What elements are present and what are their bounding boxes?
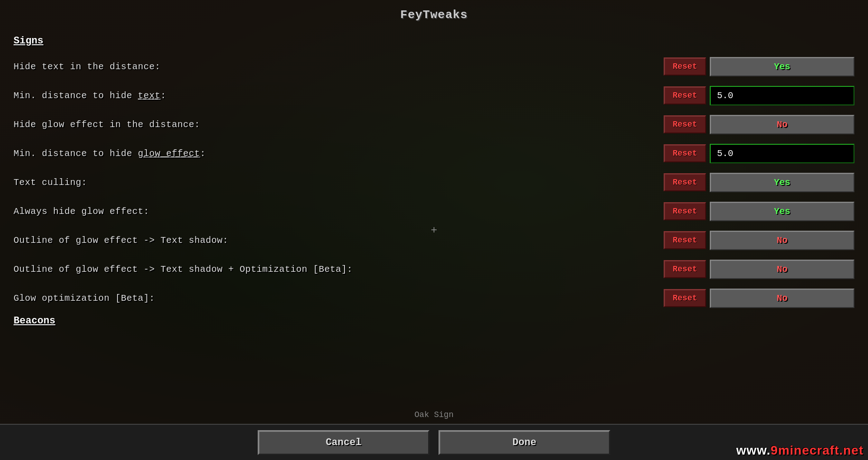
reset-button-min-distance-glow[interactable]: Reset <box>664 144 706 162</box>
toggle-outline-glow-shadow-beta[interactable]: No <box>710 260 854 279</box>
toggle-hide-glow-distance[interactable]: No <box>710 115 854 134</box>
setting-row-text-culling: Text culling: Reset Yes <box>14 171 854 194</box>
setting-controls-min-distance-glow: Reset 5.0 <box>664 144 854 163</box>
setting-row-outline-glow-shadow-beta: Outline of glow effect -> Text shadow + … <box>14 257 854 281</box>
page-title: FeyTweaks <box>400 8 467 22</box>
reset-button-glow-optimization[interactable]: Reset <box>664 289 706 307</box>
reset-button-text-culling[interactable]: Reset <box>664 173 706 191</box>
setting-row-hide-glow-distance: Hide glow effect in the distance: Reset … <box>14 113 854 136</box>
setting-controls-text-culling: Reset Yes <box>664 173 854 192</box>
setting-row-always-hide-glow: Always hide glow effect: Reset Yes <box>14 199 854 223</box>
bottom-bar: Cancel Done <box>0 424 868 460</box>
settings-area[interactable]: Signs Hide text in the distance: Reset Y… <box>0 26 868 460</box>
setting-label-always-hide-glow: Always hide glow effect: <box>14 206 664 217</box>
section-signs-header: Signs <box>14 35 854 47</box>
setting-label-min-distance-glow: Min. distance to hide glow effect: <box>14 148 664 159</box>
toggle-always-hide-glow[interactable]: Yes <box>710 202 854 221</box>
toggle-hide-text-distance[interactable]: Yes <box>710 57 854 76</box>
reset-button-outline-glow-shadow[interactable]: Reset <box>664 231 706 249</box>
done-button[interactable]: Done <box>439 430 610 455</box>
toggle-text-culling[interactable]: Yes <box>710 173 854 192</box>
setting-controls-outline-glow-shadow: Reset No <box>664 231 854 250</box>
setting-label-hide-glow-distance: Hide glow effect in the distance: <box>14 119 664 130</box>
reset-button-min-distance-text[interactable]: Reset <box>664 86 706 104</box>
setting-row-glow-optimization: Glow optimization [Beta]: Reset No <box>14 286 854 310</box>
reset-button-hide-glow-distance[interactable]: Reset <box>664 115 706 133</box>
setting-label-hide-text-distance: Hide text in the distance: <box>14 62 664 72</box>
input-min-distance-text[interactable]: 5.0 <box>710 86 854 105</box>
input-min-distance-glow[interactable]: 5.0 <box>710 144 854 163</box>
section-beacons-header: Beacons <box>14 315 854 327</box>
toggle-outline-glow-shadow[interactable]: No <box>710 231 854 250</box>
setting-controls-always-hide-glow: Reset Yes <box>664 202 854 221</box>
reset-button-outline-glow-shadow-beta[interactable]: Reset <box>664 260 706 278</box>
setting-label-glow-optimization: Glow optimization [Beta]: <box>14 293 664 304</box>
setting-label-outline-glow-shadow: Outline of glow effect -> Text shadow: <box>14 235 664 246</box>
setting-row-hide-text-distance: Hide text in the distance: Reset Yes <box>14 55 854 78</box>
setting-controls-hide-glow-distance: Reset No <box>664 115 854 134</box>
cancel-button[interactable]: Cancel <box>258 430 429 455</box>
title-bar: FeyTweaks <box>0 0 868 26</box>
beacons-section: Beacons <box>14 315 854 327</box>
setting-controls-glow-optimization: Reset No <box>664 289 854 308</box>
setting-controls-min-distance-text: Reset 5.0 <box>664 86 854 105</box>
setting-row-min-distance-glow: Min. distance to hide glow effect: Reset… <box>14 142 854 165</box>
setting-row-min-distance-text: Min. distance to hide text: Reset 5.0 <box>14 84 854 107</box>
setting-label-text-culling: Text culling: <box>14 177 664 188</box>
setting-row-outline-glow-shadow: Outline of glow effect -> Text shadow: R… <box>14 228 854 252</box>
toggle-glow-optimization[interactable]: No <box>710 289 854 308</box>
setting-label-outline-glow-shadow-beta: Outline of glow effect -> Text shadow + … <box>14 264 664 275</box>
setting-controls-hide-text-distance: Reset Yes <box>664 57 854 76</box>
reset-button-always-hide-glow[interactable]: Reset <box>664 202 706 220</box>
setting-label-min-distance-text: Min. distance to hide text: <box>14 90 664 101</box>
main-content: FeyTweaks Signs Hide text in the distanc… <box>0 0 868 460</box>
setting-controls-outline-glow-shadow-beta: Reset No <box>664 260 854 279</box>
reset-button-hide-text-distance[interactable]: Reset <box>664 57 706 76</box>
